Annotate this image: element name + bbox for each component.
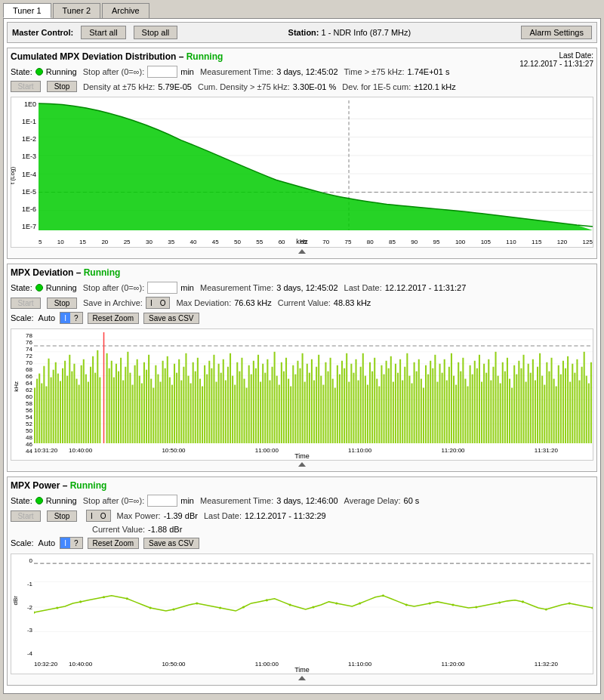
svg-rect-242	[560, 375, 562, 443]
power-measurement-time-value: 3 days, 12:46:00	[276, 496, 337, 505]
svg-rect-125	[288, 379, 289, 443]
power-scroll-up[interactable]	[298, 676, 306, 680]
svg-rect-122	[281, 362, 282, 443]
power-scale-toggle-2[interactable]: ?	[70, 538, 82, 548]
mpx-measurement-time: Measurement Time: 3 days, 12:45:02	[200, 283, 338, 292]
svg-rect-104	[239, 372, 240, 443]
svg-rect-220	[509, 379, 510, 443]
svg-rect-234	[541, 376, 543, 443]
power-archive-toggle[interactable]: I O	[86, 510, 111, 522]
mpx-chart: 78 76 74 72 70 68 66 64 62 60 58 56 54 5…	[11, 328, 593, 461]
mpx-scale-toggle-1[interactable]: I	[60, 313, 70, 323]
svg-rect-99	[227, 367, 229, 443]
power-stop-after-input[interactable]	[147, 495, 177, 507]
tab-tuner2[interactable]: Tuner 2	[53, 3, 101, 18]
svg-rect-252	[584, 352, 585, 443]
svg-point-276	[405, 603, 408, 606]
power-scale-toggle-1[interactable]: I	[60, 538, 70, 548]
power-toggle-on[interactable]: O	[97, 510, 110, 521]
mpx-scale-toggle[interactable]: I ?	[60, 312, 82, 324]
power-btn-row: Start Stop I O Max Power: -1.39 dBr	[11, 508, 593, 523]
mpx-start-button[interactable]: Start	[11, 298, 41, 309]
svg-rect-123	[283, 372, 285, 443]
mpx-scale-toggle-2[interactable]: ?	[70, 313, 82, 323]
tab-archive[interactable]: Archive	[102, 3, 149, 18]
mpx-stop-button[interactable]: Stop	[47, 298, 77, 309]
toggle-on[interactable]: O	[156, 298, 170, 308]
tab-tuner1[interactable]: Tuner 1	[3, 3, 51, 18]
power-start-button[interactable]: Start	[11, 510, 41, 522]
power-stop-button[interactable]: Stop	[47, 510, 77, 522]
power-save-archive: I O	[83, 510, 111, 522]
svg-rect-80	[183, 367, 184, 443]
mpx-reset-zoom-button[interactable]: Reset Zoom	[88, 313, 139, 324]
svg-rect-34	[71, 372, 72, 443]
power-save-csv-button[interactable]: Save as CSV	[143, 538, 199, 549]
svg-rect-241	[558, 365, 559, 443]
alarm-settings-button[interactable]: Alarm Settings	[521, 26, 592, 39]
mpx-stop-after-input[interactable]	[147, 282, 177, 294]
svg-rect-201	[464, 379, 466, 443]
svg-point-272	[312, 606, 314, 608]
dist-state-row: State: Running Stop after (0=∞): min Mea…	[11, 64, 512, 79]
mpx-max-deviation-value: 76.63 kHz	[234, 298, 272, 307]
svg-rect-23	[45, 387, 47, 443]
svg-rect-45	[97, 350, 98, 443]
mpx-scroll-arrow[interactable]	[298, 462, 306, 467]
svg-rect-143	[330, 358, 331, 443]
mpx-scrollbar	[11, 461, 593, 468]
dist-stop-button[interactable]: Stop	[47, 81, 77, 92]
svg-rect-218	[504, 372, 506, 443]
svg-rect-91	[208, 361, 210, 443]
svg-rect-126	[290, 387, 291, 443]
main-content: Master Control: Start all Stop all Stati…	[3, 18, 601, 694]
mpx-archive-toggle[interactable]: I O	[146, 297, 171, 309]
svg-rect-46	[99, 378, 100, 443]
dist-scroll-up[interactable]	[298, 249, 306, 254]
svg-point-266	[172, 609, 174, 611]
start-all-button[interactable]: Start all	[81, 26, 125, 39]
mpx-chart-svg	[34, 332, 593, 443]
svg-rect-64	[146, 370, 147, 443]
dist-start-button[interactable]: Start	[11, 81, 41, 92]
svg-rect-145	[334, 388, 336, 444]
svg-rect-28	[57, 374, 59, 443]
power-scale-toggle[interactable]: I ?	[60, 537, 82, 549]
mpx-state-indicator: State: Running	[11, 283, 77, 292]
power-toggle-off[interactable]: I	[87, 510, 97, 521]
svg-rect-102	[234, 385, 236, 443]
svg-rect-167	[386, 361, 387, 443]
svg-rect-44	[94, 373, 96, 443]
svg-rect-159	[367, 385, 368, 443]
svg-rect-21	[41, 384, 42, 443]
toggle-off[interactable]: I	[146, 298, 156, 308]
svg-rect-180	[416, 372, 418, 443]
svg-rect-207	[479, 355, 480, 443]
svg-rect-132	[304, 382, 306, 443]
stop-all-button[interactable]: Stop all	[134, 26, 178, 39]
svg-rect-191	[442, 373, 443, 443]
svg-rect-92	[211, 369, 212, 443]
svg-rect-36	[76, 379, 78, 443]
svg-rect-160	[369, 362, 371, 443]
svg-rect-200	[462, 358, 464, 443]
power-y-unit: dBr	[12, 596, 19, 605]
svg-rect-239	[553, 379, 555, 443]
power-reset-zoom-button[interactable]: Reset Zoom	[88, 538, 139, 549]
svg-rect-30	[62, 369, 63, 443]
svg-rect-232	[537, 367, 538, 443]
mpx-scale-row: Scale: Auto I ? Reset Zoom Save as CSV	[11, 310, 593, 325]
mpx-save-csv-button[interactable]: Save as CSV	[143, 313, 199, 324]
svg-rect-248	[574, 373, 575, 443]
svg-rect-225	[520, 369, 522, 443]
svg-rect-141	[325, 362, 326, 443]
dist-scroll-arrow[interactable]	[298, 249, 306, 254]
svg-rect-245	[567, 356, 569, 443]
svg-rect-68	[155, 365, 156, 443]
svg-rect-216	[500, 384, 501, 443]
power-scroll-arrow[interactable]	[298, 676, 306, 680]
svg-rect-31	[64, 361, 66, 443]
mpx-scroll-up[interactable]	[298, 462, 306, 467]
dist-stop-after-input[interactable]	[147, 66, 177, 78]
svg-rect-157	[362, 353, 364, 443]
